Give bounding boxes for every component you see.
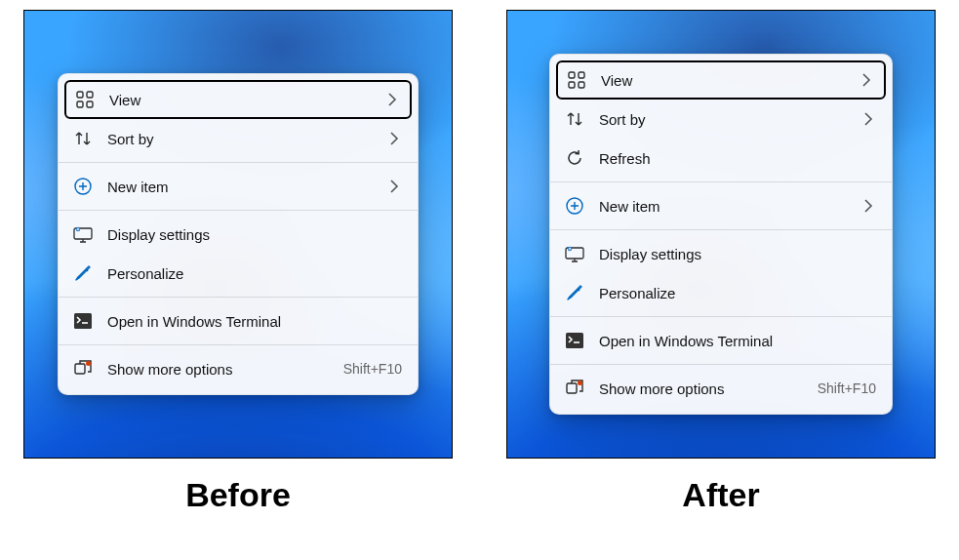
- menu-separator: [59, 344, 418, 345]
- plus-circle-icon: [72, 176, 94, 197]
- chevron-right-icon: [860, 112, 876, 126]
- svg-rect-8: [75, 364, 85, 374]
- display-settings-icon: [564, 243, 585, 264]
- before-context-menu: View Sort by: [58, 73, 419, 395]
- menu-label: Personalize: [107, 265, 402, 282]
- show-more-icon: [564, 378, 585, 399]
- menu-label: Open in Windows Terminal: [599, 333, 876, 349]
- sort-arrows-icon: [72, 128, 94, 149]
- menu-shortcut: Shift+F10: [343, 361, 402, 377]
- after-wallpaper: View Sort by: [506, 10, 936, 459]
- menu-separator: [550, 316, 892, 317]
- after-context-menu: View Sort by: [549, 54, 893, 415]
- menu-label: Personalize: [599, 285, 876, 301]
- before-panel: View Sort by: [23, 10, 453, 514]
- menu-item-terminal[interactable]: Open in Windows Terminal: [556, 321, 886, 360]
- menu-item-view[interactable]: View: [64, 80, 412, 119]
- menu-label: Show more options: [107, 361, 343, 378]
- menu-label: View: [109, 92, 384, 108]
- svg-rect-2: [77, 101, 83, 107]
- svg-rect-12: [569, 82, 575, 88]
- menu-label: Display settings: [599, 246, 876, 262]
- menu-label: Display settings: [107, 226, 402, 243]
- show-more-icon: [72, 358, 94, 380]
- terminal-icon: [564, 330, 585, 351]
- sort-arrows-icon: [564, 108, 585, 130]
- menu-separator: [550, 181, 892, 182]
- menu-item-new[interactable]: New item: [556, 186, 886, 225]
- menu-label: New item: [107, 179, 386, 195]
- chevron-right-icon: [386, 132, 402, 145]
- chevron-right-icon: [860, 199, 876, 213]
- plus-circle-icon: [564, 195, 585, 217]
- watermark-text: 系统之家: [885, 531, 951, 551]
- watermark: 系统之家: [846, 527, 951, 554]
- menu-separator: [59, 297, 418, 298]
- chevron-right-icon: [384, 93, 400, 106]
- before-caption: Before: [185, 476, 291, 514]
- menu-label: Sort by: [107, 131, 386, 147]
- menu-item-terminal[interactable]: Open in Windows Terminal: [64, 301, 412, 340]
- svg-rect-0: [77, 92, 83, 98]
- menu-item-display-settings[interactable]: Display settings: [64, 215, 412, 254]
- menu-label: New item: [599, 198, 860, 215]
- menu-separator: [59, 162, 418, 163]
- svg-rect-13: [579, 82, 584, 88]
- menu-item-sort-by[interactable]: Sort by: [556, 100, 886, 139]
- menu-separator: [550, 364, 892, 365]
- paintbrush-icon: [72, 262, 94, 284]
- svg-rect-17: [566, 333, 583, 348]
- menu-label: Show more options: [599, 380, 818, 397]
- menu-item-personalize[interactable]: Personalize: [556, 273, 886, 312]
- menu-item-show-more[interactable]: Show more options Shift+F10: [64, 349, 412, 388]
- svg-rect-10: [569, 72, 575, 78]
- menu-item-view[interactable]: View: [556, 60, 886, 100]
- after-panel: View Sort by: [506, 10, 936, 514]
- svg-rect-7: [74, 313, 92, 329]
- before-wallpaper: View Sort by: [23, 10, 453, 459]
- svg-rect-18: [567, 383, 577, 393]
- terminal-icon: [72, 310, 94, 332]
- paintbrush-icon: [564, 282, 585, 303]
- refresh-icon: [564, 147, 585, 169]
- menu-item-refresh[interactable]: Refresh: [556, 139, 886, 178]
- chevron-right-icon: [386, 180, 402, 193]
- svg-rect-11: [579, 72, 584, 78]
- menu-label: View: [601, 72, 859, 89]
- view-grid-icon: [74, 89, 96, 110]
- menu-item-personalize[interactable]: Personalize: [64, 254, 412, 293]
- menu-item-show-more[interactable]: Show more options Shift+F10: [556, 369, 886, 408]
- view-grid-icon: [566, 69, 587, 91]
- menu-item-new[interactable]: New item: [64, 167, 412, 206]
- svg-point-19: [578, 380, 582, 385]
- menu-separator: [550, 229, 892, 230]
- menu-item-display-settings[interactable]: Display settings: [556, 234, 886, 273]
- svg-rect-3: [87, 101, 93, 107]
- menu-item-sort-by[interactable]: Sort by: [64, 119, 412, 158]
- menu-separator: [59, 210, 418, 211]
- menu-label: Open in Windows Terminal: [107, 313, 402, 330]
- svg-point-9: [86, 361, 91, 366]
- chevron-right-icon: [859, 73, 874, 87]
- menu-shortcut: Shift+F10: [818, 380, 876, 396]
- svg-rect-1: [87, 92, 93, 98]
- menu-label: Refresh: [599, 150, 876, 167]
- menu-label: Sort by: [599, 111, 860, 128]
- after-caption: After: [682, 476, 759, 514]
- display-settings-icon: [72, 223, 94, 245]
